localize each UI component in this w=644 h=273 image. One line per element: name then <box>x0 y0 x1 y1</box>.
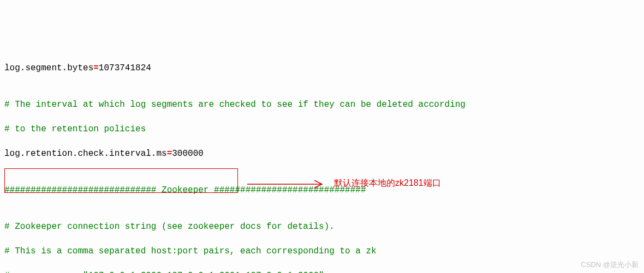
comment-line: # Zookeeper connection string (see zooke… <box>4 221 640 233</box>
section-header: ############################# Zookeeper … <box>4 184 640 196</box>
config-value: 300000 <box>172 149 204 159</box>
watermark-text: CSDN @逆光小新 <box>581 260 639 270</box>
config-line: log.retention.check.interval.ms=300000 <box>4 148 640 160</box>
code-block: log.segment.bytes=1073741824 # The inter… <box>4 50 640 273</box>
config-line: log.segment.bytes=1073741824 <box>4 62 640 74</box>
config-key: log.retention.check.interval.ms <box>4 149 167 159</box>
config-value: 1073741824 <box>99 63 151 73</box>
comment-line: # This is a comma separated host:port pa… <box>4 245 640 257</box>
comment-line: # The interval at which log segments are… <box>4 99 640 111</box>
comment-line: # server. e.g. "127.0.0.1:3000,127.0.0.1… <box>4 270 640 273</box>
equals-sign: = <box>167 149 172 159</box>
config-key: log.segment.bytes <box>4 63 93 73</box>
annotation-text: 默认连接本地的zk2181端口 <box>334 177 441 189</box>
equals-sign: = <box>93 63 99 73</box>
comment-line: # to the retention policies <box>4 123 640 135</box>
